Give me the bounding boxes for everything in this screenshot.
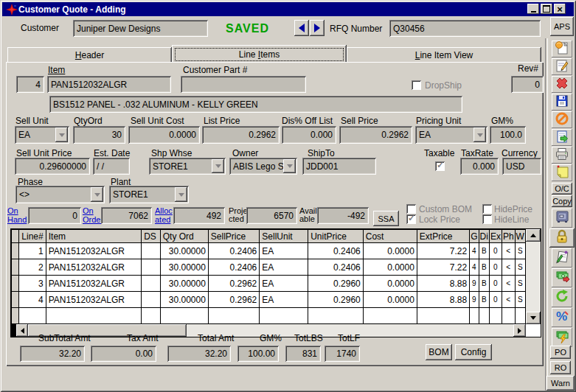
grid-cell[interactable]: 3 (19, 276, 46, 292)
grid-row[interactable]: 4PAN1512032ALGR30.000000.2962EA0.29600.0… (12, 292, 526, 308)
grid-cell[interactable]: EA (260, 259, 308, 276)
grid-cell[interactable]: 1 (19, 243, 46, 259)
taxable-checkbox[interactable] (435, 161, 445, 171)
sell-unit-cost-field[interactable]: 0.0000 (128, 126, 200, 144)
tab-line-item-view[interactable]: Line Item View (347, 47, 541, 63)
money-flash-button[interactable] (552, 328, 572, 347)
grid-cell[interactable]: PAN1512032ALGR (46, 292, 141, 308)
grid-cell[interactable]: 0.2962 (208, 292, 259, 308)
grid-cell[interactable]: PAN1512032ALGR (46, 276, 141, 292)
maximize-button[interactable] (541, 4, 552, 14)
minimize-button[interactable] (527, 4, 539, 14)
grid-cell[interactable]: B (479, 259, 489, 276)
grid-cell[interactable]: B (479, 276, 489, 292)
notepad-pencil-button[interactable] (552, 248, 572, 267)
discount-field[interactable]: 0.000 (282, 126, 336, 144)
lock-price-checkbox[interactable] (406, 214, 416, 224)
grid-cell[interactable]: 2 (19, 259, 46, 276)
list-price-field[interactable]: 0.2962 (202, 126, 280, 144)
shp-whse-combo[interactable]: STORE1 (149, 158, 226, 175)
grid-row[interactable]: 2PAN1512032ALGR30.000000.2406EA0.24060.0… (12, 259, 526, 276)
owner-combo[interactable]: ABIS Lego Su (229, 158, 297, 175)
edit-document-button[interactable] (552, 58, 572, 75)
grid-cell[interactable]: 0.0000 (363, 276, 417, 292)
customer-part-field[interactable] (181, 76, 306, 93)
grid-cell[interactable]: 0 (489, 259, 502, 276)
tab-line-items[interactable]: Line Items (172, 45, 347, 63)
grid-col-header[interactable]: UnitPrice (308, 230, 364, 243)
grid-cell[interactable]: PAN1512032ALGR (46, 259, 141, 276)
rfq-number-field[interactable]: Q30456 (389, 20, 541, 37)
config-button[interactable]: Config (455, 344, 492, 360)
phase-dropdown-icon[interactable] (91, 187, 103, 202)
sell-unit-price-field[interactable]: 0.29600000 (15, 158, 90, 175)
grid-cell[interactable]: 0.2960 (308, 276, 364, 292)
grid-cell[interactable]: 8.88 (417, 276, 469, 292)
grid-cell[interactable]: S (515, 292, 525, 308)
grid-cell[interactable] (12, 276, 19, 292)
grid-cell[interactable]: < (502, 259, 515, 276)
grid-cell[interactable] (142, 292, 161, 308)
grid-col-header[interactable]: SellPrice (208, 230, 259, 243)
aps-button[interactable]: APS (550, 17, 574, 36)
grid-col-header[interactable]: Ph (502, 230, 515, 243)
grid-cell[interactable]: 30.00000 (160, 259, 208, 276)
grid-col-header[interactable]: W (515, 230, 525, 243)
grid-col-header[interactable]: Line# (19, 230, 46, 243)
grid-cell[interactable]: 9 (470, 276, 479, 292)
grid-col-header[interactable] (12, 230, 19, 243)
grid-cell[interactable]: 7.22 (417, 243, 469, 259)
tax-rate-field[interactable]: 0.000 (460, 158, 499, 175)
ship-to-field[interactable]: JDD001 (302, 158, 376, 175)
grid-cell[interactable]: 30.00000 (160, 243, 208, 259)
grid-cell[interactable]: B (479, 292, 489, 308)
gm-field[interactable]: 100.0 (490, 126, 526, 144)
grid-row[interactable]: 3PAN1512032ALGR30.000000.2962EA0.29600.0… (12, 276, 526, 292)
grid-cell[interactable]: 0.2962 (208, 276, 259, 292)
grid-col-header[interactable]: Cost (363, 230, 417, 243)
grid-cell[interactable]: < (502, 292, 515, 308)
grid-cell[interactable]: 0 (489, 292, 502, 308)
grid-cell[interactable]: 8.88 (417, 292, 469, 308)
shp-whse-dropdown-icon[interactable] (212, 159, 224, 173)
grid-cell[interactable]: 0.2960 (308, 292, 364, 308)
grid-col-header[interactable]: Item (46, 230, 141, 243)
hide-price-checkbox[interactable] (482, 204, 492, 214)
grid-cell[interactable]: 4 (19, 292, 46, 308)
sell-price-field[interactable]: 0.2962 (339, 126, 412, 144)
grid-cell[interactable]: B (479, 243, 489, 259)
customer-field[interactable]: Juniper Dew Designs (73, 20, 208, 37)
grid-cell[interactable]: 0.2406 (308, 243, 364, 259)
ro-button[interactable]: RO (550, 361, 571, 374)
delete-button[interactable] (552, 76, 572, 93)
grid-cell[interactable]: 0 (489, 243, 502, 259)
save-button[interactable] (552, 94, 572, 111)
bom-button[interactable]: BOM (426, 344, 452, 360)
grid-cell[interactable] (12, 292, 19, 308)
document-globe-button[interactable] (552, 41, 572, 57)
oc-button[interactable]: O/C (552, 183, 572, 195)
ssa-button[interactable]: SSA (373, 211, 399, 226)
grid-col-header[interactable]: SellUnit (260, 230, 308, 243)
grid-cell[interactable]: 7.22 (417, 259, 469, 276)
grid-cell[interactable]: < (502, 276, 515, 292)
grid-col-header[interactable]: Di (479, 230, 489, 243)
cancel-button[interactable] (552, 111, 572, 128)
vscroll-down-button[interactable] (526, 312, 541, 324)
grid-cell[interactable]: S (515, 243, 525, 259)
next-record-button[interactable] (310, 20, 325, 36)
pricing-unit-combo[interactable]: EA (415, 126, 487, 144)
grid-cell[interactable]: 0.2406 (208, 259, 259, 276)
safe-button[interactable] (552, 209, 572, 228)
vscroll-up-button[interactable] (526, 229, 541, 242)
grid-cell[interactable]: 4 (470, 243, 479, 259)
grid-col-header[interactable]: Qty Ord (160, 230, 208, 243)
grid-cell[interactable]: S (515, 259, 525, 276)
pricing-unit-dropdown-icon[interactable] (473, 127, 486, 142)
sell-unit-dropdown-icon[interactable] (55, 127, 68, 142)
grid-cell[interactable]: 0.2406 (308, 259, 364, 276)
grid-row[interactable]: 1PAN1512032ALGR30.000000.2406EA0.24060.0… (12, 243, 526, 259)
on-hand-link[interactable]: On Hand (7, 206, 27, 224)
tab-header[interactable]: Header (7, 47, 172, 63)
grid-cell[interactable]: 9 (470, 292, 479, 308)
